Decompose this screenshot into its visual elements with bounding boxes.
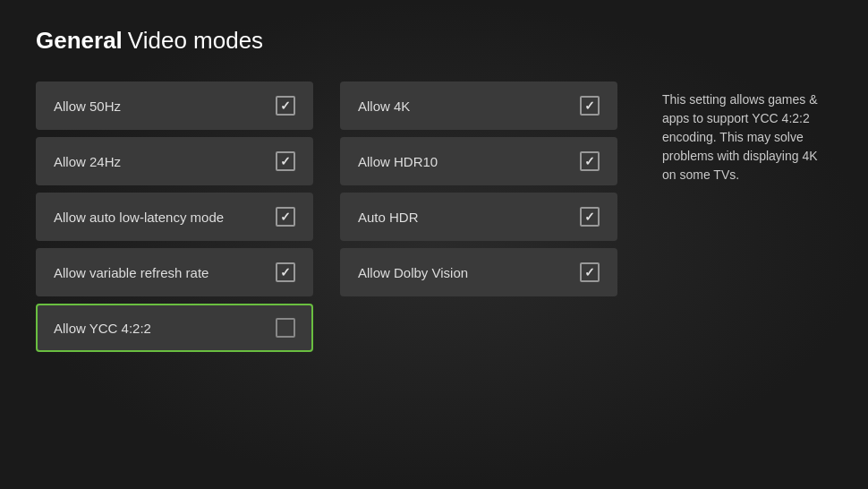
setting-item-allow-ycc[interactable]: Allow YCC 4:2:2 [36,304,313,352]
setting-label-auto-hdr: Auto HDR [358,210,419,225]
content-area: Allow 50HzAllow 24HzAllow auto low-laten… [36,82,832,352]
setting-label-allow-4k: Allow 4K [358,99,410,114]
setting-label-allow-50hz: Allow 50Hz [54,99,121,114]
setting-label-allow-ycc: Allow YCC 4:2:2 [54,321,151,336]
page: GeneralVideo modes Allow 50HzAllow 24HzA… [0,0,868,489]
setting-item-allow-50hz[interactable]: Allow 50Hz [36,82,313,130]
checkbox-allow-auto-low-latency[interactable] [276,207,295,227]
info-text: This setting allows games & apps to supp… [662,92,818,182]
setting-item-allow-dolby-vision[interactable]: Allow Dolby Vision [340,248,617,296]
checkbox-auto-hdr[interactable] [580,207,600,227]
page-title: GeneralVideo modes [36,27,832,55]
title-bold: General [36,27,123,54]
checkbox-allow-dolby-vision[interactable] [580,262,600,282]
setting-label-allow-hdr10: Allow HDR10 [358,154,438,169]
title-light: Video modes [128,27,263,54]
setting-label-allow-dolby-vision: Allow Dolby Vision [358,265,468,280]
left-column: Allow 50HzAllow 24HzAllow auto low-laten… [36,82,313,352]
checkbox-allow-variable-refresh[interactable] [276,262,295,282]
setting-label-allow-24hz: Allow 24Hz [54,154,121,169]
setting-label-allow-auto-low-latency: Allow auto low-latency mode [54,210,224,225]
setting-item-allow-4k[interactable]: Allow 4K [340,82,617,130]
setting-item-allow-hdr10[interactable]: Allow HDR10 [340,137,617,185]
setting-item-allow-variable-refresh[interactable]: Allow variable refresh rate [36,248,313,296]
setting-label-allow-variable-refresh: Allow variable refresh rate [54,265,208,280]
checkbox-allow-50hz[interactable] [276,96,295,116]
right-column: Allow 4KAllow HDR10Auto HDRAllow Dolby V… [340,82,617,352]
checkbox-allow-4k[interactable] [580,96,600,116]
checkbox-allow-24hz[interactable] [276,151,295,171]
setting-item-allow-auto-low-latency[interactable]: Allow auto low-latency mode [36,193,313,241]
setting-item-auto-hdr[interactable]: Auto HDR [340,193,617,241]
info-panel: This setting allows games & apps to supp… [644,82,832,352]
setting-item-allow-24hz[interactable]: Allow 24Hz [36,137,313,185]
checkbox-allow-hdr10[interactable] [580,151,600,171]
checkbox-allow-ycc[interactable] [276,318,295,338]
